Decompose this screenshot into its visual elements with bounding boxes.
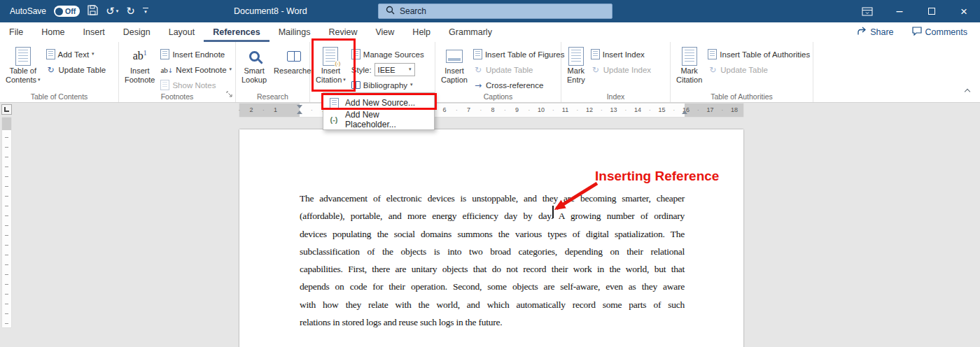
update-table-captions-button[interactable]: ↻ Update Table <box>471 64 567 76</box>
insert-citation-button[interactable]: (-) Insert Citation▾ <box>312 42 349 92</box>
vertical-ruler[interactable] <box>2 118 11 327</box>
footnote-icon: ab1 <box>133 50 147 62</box>
annotation-label: Inserting Reference <box>595 169 719 184</box>
tab-home[interactable]: Home <box>32 22 74 42</box>
endnote-icon <box>160 49 169 59</box>
chevron-down-icon: ▾ <box>410 83 413 87</box>
insert-caption-button[interactable]: Insert Caption <box>438 42 471 92</box>
document-text[interactable]: The advancement of electronic devices is… <box>300 190 685 331</box>
document-line: relations in stored logs and reuse such … <box>300 313 685 331</box>
ribbon-tab-bar: File Home Insert Design Layout Reference… <box>0 22 980 42</box>
autosave-toggle[interactable]: Off <box>54 6 80 17</box>
update-table-authorities-button[interactable]: ↻ Update Table <box>706 64 812 76</box>
minimize-button[interactable]: – <box>883 0 916 22</box>
tab-layout[interactable]: Layout <box>160 22 204 42</box>
refresh-icon: ↻ <box>46 66 56 74</box>
source-doc-icon <box>328 98 340 108</box>
maximize-button[interactable] <box>916 0 948 22</box>
refresh-icon: ↻ <box>708 66 718 74</box>
tab-review[interactable]: Review <box>319 22 366 42</box>
document-line: (affordable), portable, and more energy … <box>300 207 685 225</box>
customize-quick-access-toolbar-icon[interactable]: ▾ <box>143 8 148 15</box>
insert-table-of-authorities-button[interactable]: Insert Table of Authorities <box>706 48 812 60</box>
ruler-left-margin <box>239 104 300 117</box>
menu-item-add-new-placeholder[interactable]: (-) Add New Placeholder... <box>323 111 434 128</box>
table-of-contents-icon <box>15 47 31 66</box>
insert-table-of-figures-button[interactable]: Insert Table of Figures <box>471 48 567 60</box>
undo-icon[interactable]: ↺ <box>106 6 115 17</box>
citation-style-select[interactable]: IEEE ▾ <box>374 63 415 76</box>
search-box[interactable]: Search <box>378 3 612 19</box>
tab-grammarly[interactable]: Grammarly <box>440 22 501 42</box>
group-table-of-contents: Table of Contents▾ Add Text ▾ ↻ Update T… <box>0 42 119 102</box>
smart-lookup-icon <box>249 51 260 62</box>
document-page[interactable]: The advancement of electronic devices is… <box>239 129 743 347</box>
manage-sources-icon <box>351 49 360 59</box>
menu-item-add-new-source[interactable]: Add New Source... <box>323 94 434 111</box>
manage-sources-button[interactable]: Manage Sources <box>349 48 426 60</box>
collapse-ribbon-button[interactable] <box>963 82 972 99</box>
chevron-down-icon: ▾ <box>230 67 232 72</box>
title-bar: AutoSave Off ↺ ▾ ↻ ▾ Document8 - Word Se… <box>0 0 980 22</box>
tab-references[interactable]: References <box>204 22 269 42</box>
group-index: Mark Entry Insert Index ↻ Update Index I… <box>561 42 671 102</box>
close-button[interactable]: × <box>948 0 980 22</box>
group-footnotes: ab1 Insert Footnote Insert Endnote ab↓ N… <box>119 42 236 102</box>
share-icon <box>857 27 867 38</box>
bibliography-button[interactable]: Bibliography ▾ <box>349 79 426 91</box>
undo-dropdown-icon[interactable]: ▾ <box>116 8 119 14</box>
redo-icon[interactable]: ↻ <box>126 6 135 17</box>
group-label-research: Research <box>236 92 309 101</box>
tab-mailings[interactable]: Mailings <box>270 22 320 42</box>
add-text-button[interactable]: Add Text ▾ <box>44 48 108 60</box>
cross-reference-button[interactable]: → Cross-reference <box>471 79 567 91</box>
autosave-label: AutoSave <box>10 6 46 16</box>
insert-footnote-button[interactable]: ab1 Insert Footnote <box>121 42 158 92</box>
insert-caption-icon <box>446 50 463 63</box>
update-index-button[interactable]: ↻ Update Index <box>589 64 653 76</box>
ribbon-display-options-button[interactable] <box>851 0 883 22</box>
group-label-footnotes: Footnotes <box>119 92 235 101</box>
group-captions: Insert Caption Insert Table of Figures ↻… <box>435 42 561 102</box>
document-line: devices populating the social domains su… <box>300 225 685 243</box>
researcher-icon <box>287 51 301 62</box>
tab-view[interactable]: View <box>366 22 403 42</box>
style-row: Style: IEEE ▾ <box>349 64 426 76</box>
share-button[interactable]: Share <box>857 27 893 38</box>
cross-reference-icon: → <box>473 81 483 90</box>
show-notes-button[interactable]: Show Notes <box>158 79 234 91</box>
horizontal-ruler[interactable]: 2·1·1·2·3·4·5·6·7·8·9·10·11·12·13·14·15·… <box>0 103 980 118</box>
tab-design[interactable]: Design <box>114 22 160 42</box>
insert-citation-menu: Add New Source... (-) Add New Placeholde… <box>323 92 435 130</box>
table-of-contents-button[interactable]: Table of Contents▾ <box>2 42 44 92</box>
document-line: subclassification of the objects is into… <box>300 243 685 260</box>
horizontal-ruler-numbers[interactable]: 2·1·1·2·3·4·5·6·7·8·9·10·11·12·13·14·15·… <box>239 104 743 117</box>
right-indent-marker[interactable] <box>682 111 687 114</box>
hanging-indent-marker[interactable] <box>297 111 302 114</box>
tab-file[interactable]: File <box>0 22 32 42</box>
tab-insert[interactable]: Insert <box>74 22 114 42</box>
table-of-authorities-icon <box>708 49 717 59</box>
refresh-icon: ↻ <box>591 66 601 74</box>
placeholder-icon: (-) <box>328 115 340 124</box>
insert-index-icon <box>591 49 600 59</box>
tab-help[interactable]: Help <box>403 22 440 42</box>
document-line: The advancement of electronic devices is… <box>300 190 685 207</box>
next-footnote-button[interactable]: ab↓ Next Footnote ▾ <box>158 64 234 76</box>
save-icon[interactable] <box>88 5 98 17</box>
update-table-button[interactable]: ↻ Update Table <box>44 64 108 76</box>
mark-entry-button[interactable]: Mark Entry <box>564 42 589 92</box>
mark-citation-button[interactable]: Mark Citation <box>673 42 706 92</box>
document-line: depends on code for their operation. Sec… <box>300 278 685 295</box>
search-icon <box>386 6 395 17</box>
insert-index-button[interactable]: Insert Index <box>589 48 653 60</box>
group-research: Smart Lookup Researcher Research <box>236 42 310 102</box>
comments-button[interactable]: Comments <box>912 27 967 38</box>
ribbon: Table of Contents▾ Add Text ▾ ↻ Update T… <box>0 42 980 103</box>
first-line-indent-marker[interactable] <box>297 105 302 108</box>
mark-entry-icon <box>568 47 584 66</box>
search-label: Search <box>400 6 426 16</box>
insert-endnote-button[interactable]: Insert Endnote <box>158 48 234 60</box>
tab-stop-selector[interactable] <box>1 104 12 115</box>
smart-lookup-button[interactable]: Smart Lookup <box>238 42 270 92</box>
